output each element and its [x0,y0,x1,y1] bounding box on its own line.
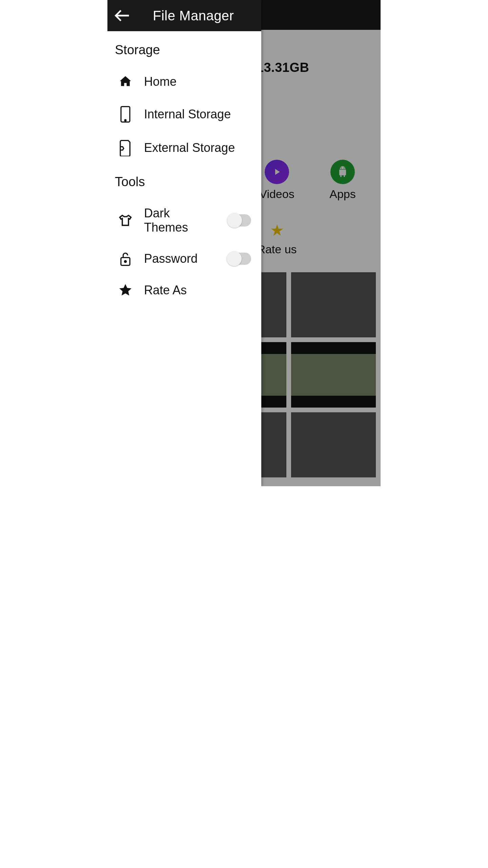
tshirt-icon [118,213,133,228]
navigation-drawer: File Manager Storage Home Internal Sto [107,0,261,486]
menu-external-storage[interactable]: External Storage [115,131,254,164]
menu-label: Rate As [144,283,187,297]
menu-rate-as[interactable]: Rate As [115,275,254,306]
menu-label: Dark Themes [144,206,216,235]
section-storage: Storage [115,43,254,57]
menu-internal-storage[interactable]: Internal Storage [115,97,254,131]
menu-label: External Storage [144,141,235,155]
svg-point-5 [124,261,126,262]
password-toggle[interactable] [227,253,251,265]
menu-dark-themes[interactable]: Dark Themes [115,198,254,243]
menu-home[interactable]: Home [115,66,254,97]
back-button[interactable] [112,5,133,26]
menu-label: Password [144,252,198,266]
screen: hidden REE 13.31GB Videos Apps [107,0,381,486]
phone-icon [119,105,132,123]
drawer-title: File Manager [153,8,234,23]
section-tools: Tools [115,175,254,189]
drawer-body: Storage Home Internal Storage [107,31,261,486]
lock-open-icon [119,251,132,267]
menu-label: Home [144,75,177,89]
home-icon [118,74,133,89]
sd-card-icon [119,139,132,156]
svg-point-3 [125,120,126,121]
drawer-header: File Manager [107,0,261,31]
arrow-left-icon [114,7,131,24]
star-icon [118,283,133,298]
menu-label: Internal Storage [144,107,231,121]
menu-password[interactable]: Password [115,243,254,275]
dark-themes-toggle[interactable] [227,214,251,226]
